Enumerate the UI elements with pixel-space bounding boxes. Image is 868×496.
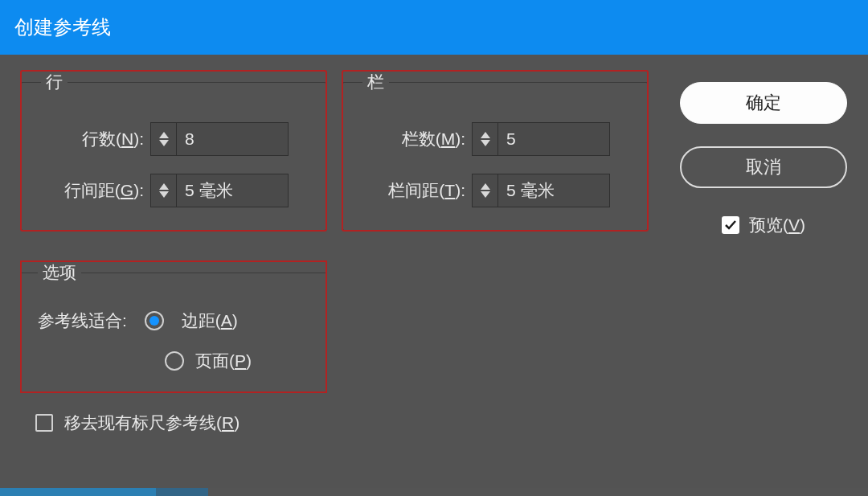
button-column: 确定 取消 预览(V) (680, 71, 847, 434)
columns-group: 栏 栏数(M): 栏间距(T): (342, 71, 648, 231)
options-legend: 选项 (38, 261, 81, 284)
preview-checkbox[interactable] (722, 216, 739, 234)
stepper-arrows-icon[interactable] (472, 174, 497, 207)
columns-count-input[interactable] (497, 122, 610, 156)
ok-button-label: 确定 (746, 91, 781, 115)
stepper-arrows-icon[interactable] (150, 122, 176, 156)
radio-margin-label: 边距(A) (182, 309, 238, 332)
cancel-button[interactable]: 取消 (680, 146, 847, 188)
bottom-strip (0, 488, 868, 496)
rows-gap-stepper[interactable] (150, 174, 289, 207)
preview-label: 预览(V) (749, 214, 805, 236)
columns-count-stepper[interactable] (472, 122, 610, 156)
columns-gap-stepper[interactable] (472, 174, 610, 207)
radio-margin[interactable] (145, 311, 164, 330)
remove-guides-label: 移去现有标尺参考线(R) (64, 412, 240, 434)
ok-button[interactable]: 确定 (680, 82, 847, 124)
check-icon (724, 219, 737, 232)
radio-page[interactable] (165, 351, 184, 371)
stepper-arrows-icon[interactable] (472, 122, 497, 156)
columns-count-label: 栏数(M): (362, 128, 465, 150)
rows-legend: 行 (41, 71, 68, 93)
rows-count-stepper[interactable] (150, 122, 289, 156)
dialog-body: 行 行数(N): 行间距(G): (0, 55, 868, 496)
stepper-arrows-icon[interactable] (150, 174, 176, 207)
rows-gap-label: 行间距(G): (41, 179, 144, 202)
fit-label: 参考线适合: (38, 309, 127, 332)
rows-gap-input[interactable] (176, 174, 289, 207)
options-group: 选项 参考线适合: 边距(A) 页面(P) (21, 261, 326, 392)
remove-guides-checkbox[interactable] (35, 414, 53, 432)
cancel-button-label: 取消 (746, 155, 781, 179)
columns-gap-label: 栏间距(T): (362, 179, 465, 202)
columns-legend: 栏 (362, 71, 389, 93)
radio-page-label: 页面(P) (195, 350, 252, 372)
window-title: 创建参考线 (14, 14, 111, 40)
rows-count-label: 行数(N): (41, 128, 144, 150)
rows-count-input[interactable] (176, 122, 289, 156)
columns-gap-input[interactable] (497, 174, 610, 207)
rows-group: 行 行数(N): 行间距(G): (21, 71, 326, 231)
titlebar: 创建参考线 (0, 0, 868, 55)
